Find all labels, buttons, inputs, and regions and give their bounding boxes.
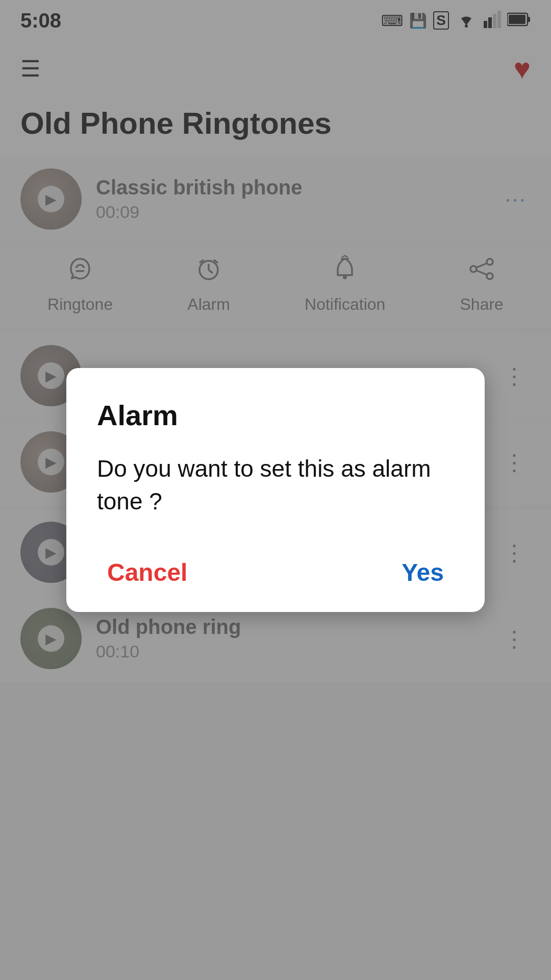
dialog-title: Alarm [97,399,454,432]
alarm-dialog: Alarm Do you want to set this as alarm t… [66,368,485,612]
modal-overlay[interactable]: Alarm Do you want to set this as alarm t… [0,0,551,980]
dialog-actions: Cancel Yes [97,548,454,592]
cancel-button[interactable]: Cancel [97,553,197,592]
dialog-message: Do you want to set this as alarm tone ? [97,452,454,518]
yes-button[interactable]: Yes [391,553,454,592]
